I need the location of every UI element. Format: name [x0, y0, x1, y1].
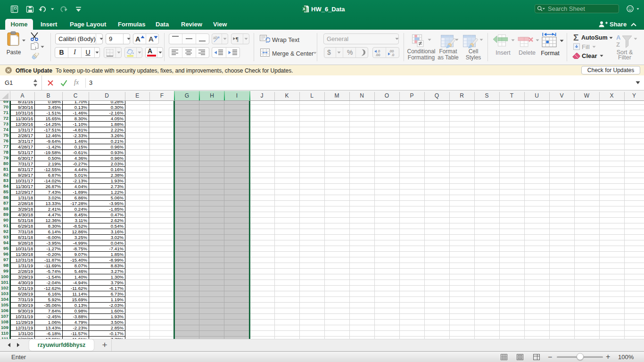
svg-text:A: A: [616, 34, 621, 41]
svg-text:X: X: [303, 7, 305, 11]
svg-text:¶: ¶: [236, 35, 239, 42]
svg-text:ab: ab: [213, 35, 218, 40]
svg-text:.00: .00: [375, 53, 380, 57]
svg-text:Z: Z: [616, 41, 620, 48]
svg-text:.0: .0: [391, 53, 394, 57]
